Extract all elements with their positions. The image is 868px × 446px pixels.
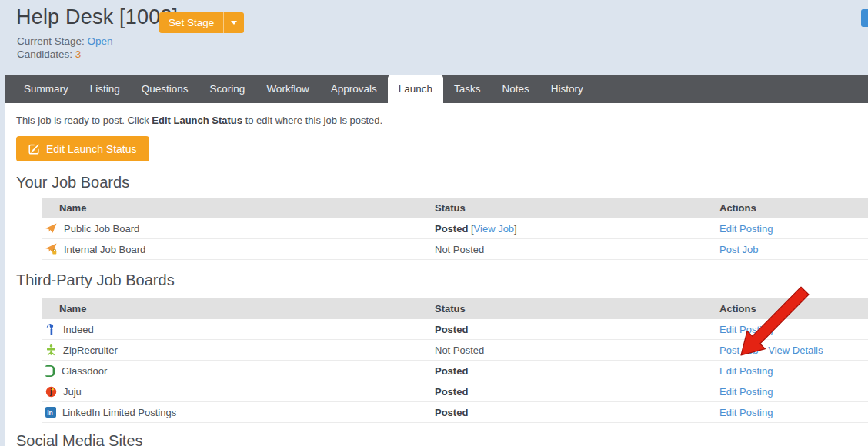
board-status: Posted <box>435 386 719 398</box>
column-status: Status <box>435 202 719 214</box>
edit-posting-link[interactable]: Edit Posting <box>719 386 773 398</box>
ready-to-post-message: This job is ready to post. Click Edit La… <box>16 115 382 126</box>
table-header-row: Name Status Actions <box>42 198 868 218</box>
board-name: Glassdoor <box>62 365 107 377</box>
your-job-boards-heading: Your Job Boards <box>16 174 129 191</box>
tab-workflow[interactable]: Workflow <box>255 75 319 103</box>
edit-posting-link[interactable]: Edit Posting <box>719 365 773 377</box>
board-name: LinkedIn Limited Postings <box>62 407 176 418</box>
svg-text:j: j <box>49 388 52 396</box>
view-details-link[interactable]: View Details <box>768 344 823 356</box>
current-stage-label: Current Stage: <box>17 35 85 47</box>
edit-posting-link[interactable]: Edit Posting <box>719 324 773 335</box>
post-job-link[interactable]: Post Job <box>719 344 759 356</box>
column-name: Name <box>42 303 435 315</box>
table-row-ziprecruiter: ZipRecruiter Not Posted Post Job View De… <box>42 340 868 361</box>
message-bold: Edit Launch Status <box>152 115 242 126</box>
your-job-boards-table: Name Status Actions Public Job Board Pos… <box>42 198 868 260</box>
indeed-icon <box>45 324 57 335</box>
table-row-juju: j Juju Posted Edit Posting <box>42 381 868 402</box>
paper-plane-lock-icon <box>45 243 58 255</box>
board-status: Not Posted <box>435 244 719 255</box>
table-row-internal-job-board: Internal Job Board Not Posted Post Job <box>42 239 868 260</box>
page-title: Help Desk [1003] <box>16 5 178 29</box>
job-launch-page: Help Desk [1003] Set Stage Current Stage… <box>0 0 868 446</box>
board-status: Posted <box>435 407 719 418</box>
tab-summary[interactable]: Summary <box>13 75 79 103</box>
caret-down-icon <box>231 21 237 25</box>
candidates-label: Candidates: <box>17 48 72 60</box>
board-name: Internal Job Board <box>64 244 145 255</box>
table-row-indeed: Indeed Posted Edit Posting <box>42 319 868 340</box>
edit-posting-link[interactable]: Edit Posting <box>719 407 773 418</box>
paper-plane-icon <box>45 223 58 235</box>
set-stage-label[interactable]: Set Stage <box>159 12 223 33</box>
board-name: Public Job Board <box>64 223 139 235</box>
edit-launch-status-button[interactable]: Edit Launch Status <box>16 136 149 161</box>
tab-scoring[interactable]: Scoring <box>199 75 256 103</box>
launch-tab-content: This job is ready to post. Click Edit La… <box>5 103 868 446</box>
tab-tasks[interactable]: Tasks <box>443 75 492 103</box>
tab-bar: Summary Listing Questions Scoring Workfl… <box>5 75 868 103</box>
table-row-public-job-board: Public Job Board Posted [View Job] Edit … <box>42 218 868 239</box>
linkedin-icon: in <box>45 407 56 418</box>
third-party-job-boards-table: Name Status Actions Indeed Posted Edit P… <box>42 298 868 423</box>
board-status: Posted <box>435 365 719 377</box>
board-name: Juju <box>63 386 82 398</box>
table-row-glassdoor: Glassdoor Posted Edit Posting <box>42 361 868 381</box>
board-status: Posted <box>435 324 719 335</box>
set-stage-dropdown[interactable] <box>223 12 244 33</box>
feedback-tab[interactable] <box>861 9 868 27</box>
glassdoor-icon <box>45 365 55 377</box>
column-actions: Actions <box>719 202 868 214</box>
post-job-link[interactable]: Post Job <box>719 244 759 255</box>
column-status: Status <box>435 303 719 315</box>
ziprecruiter-icon <box>45 344 57 356</box>
view-job-link[interactable]: View Job <box>474 223 515 235</box>
candidates-count: 3 <box>75 48 82 60</box>
column-name: Name <box>42 202 435 214</box>
candidates-line: Candidates: 3 <box>17 48 81 60</box>
set-stage-button[interactable]: Set Stage <box>159 12 244 33</box>
board-status: Not Posted <box>435 344 719 356</box>
board-status: Posted [View Job] <box>435 223 719 235</box>
svg-text:in: in <box>47 409 53 417</box>
tab-history[interactable]: History <box>540 75 594 103</box>
tab-questions[interactable]: Questions <box>131 75 199 103</box>
third-party-job-boards-heading: Third-Party Job Boards <box>16 271 175 289</box>
social-media-sites-heading: Social Media Sites <box>16 432 143 446</box>
table-header-row: Name Status Actions <box>42 298 868 319</box>
board-name: Indeed <box>63 324 94 335</box>
edit-pencil-square-icon <box>28 143 40 155</box>
juju-icon: j <box>45 386 57 398</box>
current-stage-line: Current Stage: Open <box>17 35 113 47</box>
edit-launch-status-label: Edit Launch Status <box>46 143 137 155</box>
column-actions: Actions <box>719 303 868 315</box>
tab-notes[interactable]: Notes <box>492 75 540 103</box>
message-suffix: to edit where this job is posted. <box>242 115 382 126</box>
table-row-linkedin: in LinkedIn Limited Postings Posted Edit… <box>42 402 868 423</box>
tab-listing[interactable]: Listing <box>79 75 131 103</box>
edit-posting-link[interactable]: Edit Posting <box>719 223 773 235</box>
current-stage-link[interactable]: Open <box>88 35 113 47</box>
board-name: ZipRecruiter <box>63 344 118 356</box>
tab-launch[interactable]: Launch <box>388 75 443 103</box>
message-prefix: This job is ready to post. Click <box>16 115 152 126</box>
tab-approvals[interactable]: Approvals <box>320 75 388 103</box>
